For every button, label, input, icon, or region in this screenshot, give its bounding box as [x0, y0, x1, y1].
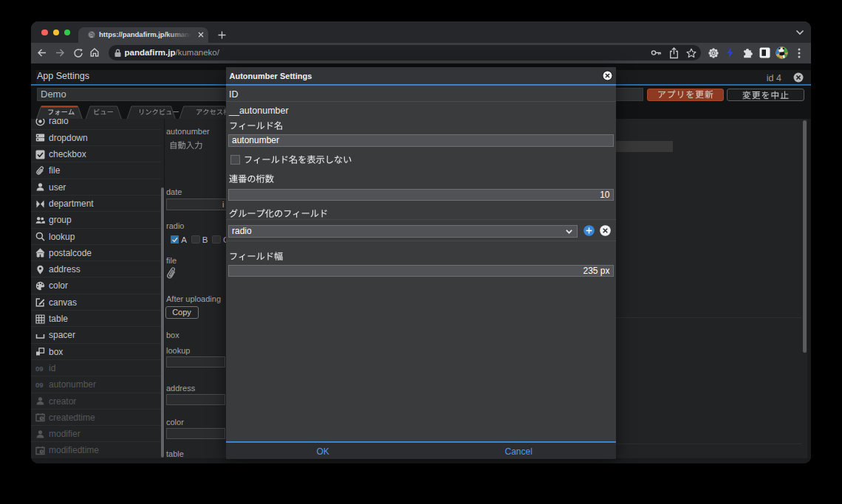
- svg-text:09: 09: [35, 381, 44, 389]
- svg-text:09: 09: [35, 365, 44, 373]
